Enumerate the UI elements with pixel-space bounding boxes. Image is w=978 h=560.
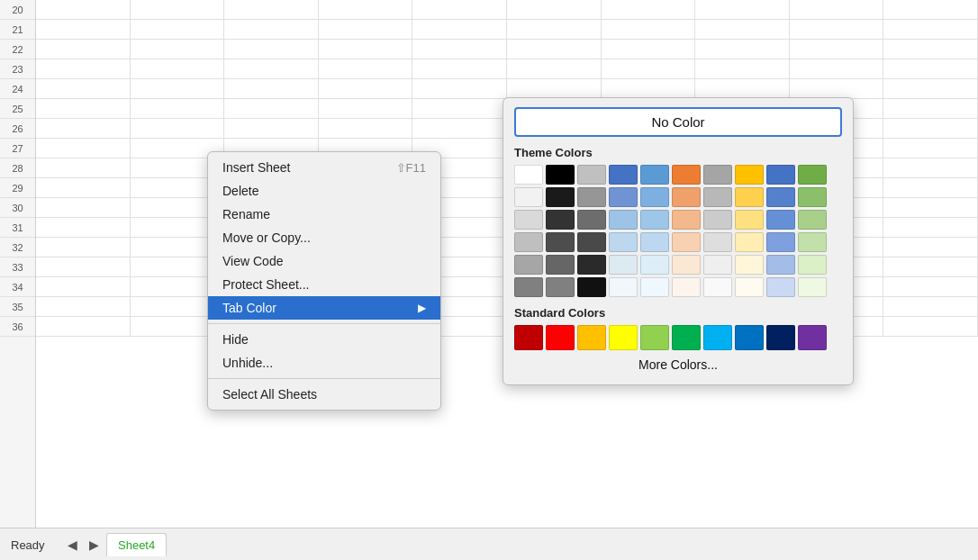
- theme-color-swatch[interactable]: [735, 187, 764, 207]
- theme-color-swatch[interactable]: [577, 255, 606, 275]
- theme-color-swatch[interactable]: [609, 232, 638, 252]
- theme-color-swatch[interactable]: [766, 255, 795, 275]
- theme-color-swatch[interactable]: [577, 232, 606, 252]
- theme-color-swatch[interactable]: [703, 187, 732, 207]
- menu-item-unhide[interactable]: Unhide...: [208, 351, 440, 375]
- standard-color-swatch[interactable]: [798, 325, 827, 350]
- grid-cell[interactable]: [36, 317, 131, 336]
- menu-item-tab-color[interactable]: Tab Color▶: [208, 296, 440, 320]
- theme-color-swatch[interactable]: [735, 255, 764, 275]
- theme-color-swatch[interactable]: [546, 255, 575, 275]
- standard-color-swatch[interactable]: [546, 325, 575, 350]
- prev-sheet-arrow[interactable]: ◀: [63, 536, 81, 554]
- grid-cell[interactable]: [507, 79, 602, 98]
- menu-item-view-code[interactable]: View Code: [208, 249, 440, 273]
- theme-color-swatch[interactable]: [703, 232, 732, 252]
- theme-color-swatch[interactable]: [577, 187, 606, 207]
- theme-color-swatch[interactable]: [514, 255, 543, 275]
- theme-color-swatch[interactable]: [514, 210, 543, 230]
- grid-cell[interactable]: [602, 0, 696, 19]
- theme-color-swatch[interactable]: [735, 232, 764, 252]
- theme-color-swatch[interactable]: [672, 277, 701, 297]
- theme-color-swatch[interactable]: [766, 232, 795, 252]
- standard-color-swatch[interactable]: [640, 325, 669, 350]
- grid-cell[interactable]: [131, 20, 225, 39]
- grid-cell[interactable]: [36, 178, 131, 197]
- menu-item-select-all-sheets[interactable]: Select All Sheets: [208, 383, 440, 406]
- theme-color-swatch[interactable]: [735, 165, 764, 185]
- grid-cell[interactable]: [224, 20, 319, 39]
- grid-cell[interactable]: [224, 40, 319, 59]
- theme-color-swatch[interactable]: [546, 210, 575, 230]
- theme-color-swatch[interactable]: [640, 255, 669, 275]
- grid-cell[interactable]: [883, 178, 978, 197]
- theme-color-swatch[interactable]: [640, 187, 669, 207]
- grid-cell[interactable]: [36, 99, 131, 118]
- grid-cell[interactable]: [36, 158, 131, 177]
- theme-color-swatch[interactable]: [609, 187, 638, 207]
- menu-item-hide[interactable]: Hide: [208, 328, 440, 351]
- theme-color-swatch[interactable]: [640, 210, 669, 230]
- grid-cell[interactable]: [224, 79, 319, 98]
- grid-cell[interactable]: [883, 59, 978, 78]
- grid-cell[interactable]: [883, 20, 978, 39]
- theme-color-swatch[interactable]: [672, 187, 701, 207]
- grid-cell[interactable]: [695, 79, 790, 98]
- theme-color-swatch[interactable]: [546, 187, 575, 207]
- menu-item-delete[interactable]: Delete: [208, 179, 440, 203]
- grid-cell[interactable]: [36, 238, 131, 257]
- grid-cell[interactable]: [36, 277, 131, 296]
- grid-cell[interactable]: [695, 40, 790, 59]
- grid-cell[interactable]: [412, 99, 507, 118]
- grid-cell[interactable]: [36, 59, 131, 78]
- grid-cell[interactable]: [412, 79, 507, 98]
- grid-cell[interactable]: [695, 20, 790, 39]
- more-colors-button[interactable]: More Colors...: [514, 350, 842, 375]
- standard-color-swatch[interactable]: [766, 325, 795, 350]
- grid-cell[interactable]: [412, 0, 507, 19]
- grid-cell[interactable]: [224, 99, 319, 118]
- theme-color-swatch[interactable]: [798, 255, 827, 275]
- grid-cell[interactable]: [36, 139, 131, 158]
- grid-cell[interactable]: [790, 0, 884, 19]
- theme-color-swatch[interactable]: [703, 255, 732, 275]
- grid-cell[interactable]: [319, 119, 413, 138]
- grid-cell[interactable]: [883, 277, 978, 296]
- grid-cell[interactable]: [131, 40, 225, 59]
- grid-cell[interactable]: [412, 40, 507, 59]
- standard-color-swatch[interactable]: [577, 325, 606, 350]
- grid-cell[interactable]: [883, 40, 978, 59]
- grid-cell[interactable]: [883, 297, 978, 316]
- grid-cell[interactable]: [507, 20, 602, 39]
- theme-color-swatch[interactable]: [640, 232, 669, 252]
- theme-color-swatch[interactable]: [703, 277, 732, 297]
- grid-cell[interactable]: [319, 79, 413, 98]
- theme-color-swatch[interactable]: [546, 277, 575, 297]
- grid-cell[interactable]: [883, 139, 978, 158]
- theme-color-swatch[interactable]: [766, 187, 795, 207]
- theme-color-swatch[interactable]: [672, 210, 701, 230]
- theme-color-swatch[interactable]: [609, 210, 638, 230]
- theme-color-swatch[interactable]: [609, 277, 638, 297]
- theme-color-swatch[interactable]: [609, 255, 638, 275]
- grid-cell[interactable]: [883, 158, 978, 177]
- grid-cell[interactable]: [36, 257, 131, 276]
- theme-color-swatch[interactable]: [766, 165, 795, 185]
- theme-color-swatch[interactable]: [546, 232, 575, 252]
- grid-cell[interactable]: [507, 0, 602, 19]
- grid-cell[interactable]: [224, 59, 319, 78]
- theme-color-swatch[interactable]: [577, 165, 606, 185]
- theme-color-swatch[interactable]: [798, 277, 827, 297]
- grid-cell[interactable]: [412, 59, 507, 78]
- grid-cell[interactable]: [36, 79, 131, 98]
- menu-item-rename[interactable]: Rename: [208, 203, 440, 226]
- grid-cell[interactable]: [224, 0, 319, 19]
- grid-cell[interactable]: [883, 0, 978, 19]
- grid-cell[interactable]: [36, 218, 131, 237]
- theme-color-swatch[interactable]: [577, 277, 606, 297]
- grid-cell[interactable]: [412, 119, 507, 138]
- grid-cell[interactable]: [883, 218, 978, 237]
- grid-cell[interactable]: [36, 119, 131, 138]
- standard-color-swatch[interactable]: [703, 325, 732, 350]
- theme-color-swatch[interactable]: [514, 165, 543, 185]
